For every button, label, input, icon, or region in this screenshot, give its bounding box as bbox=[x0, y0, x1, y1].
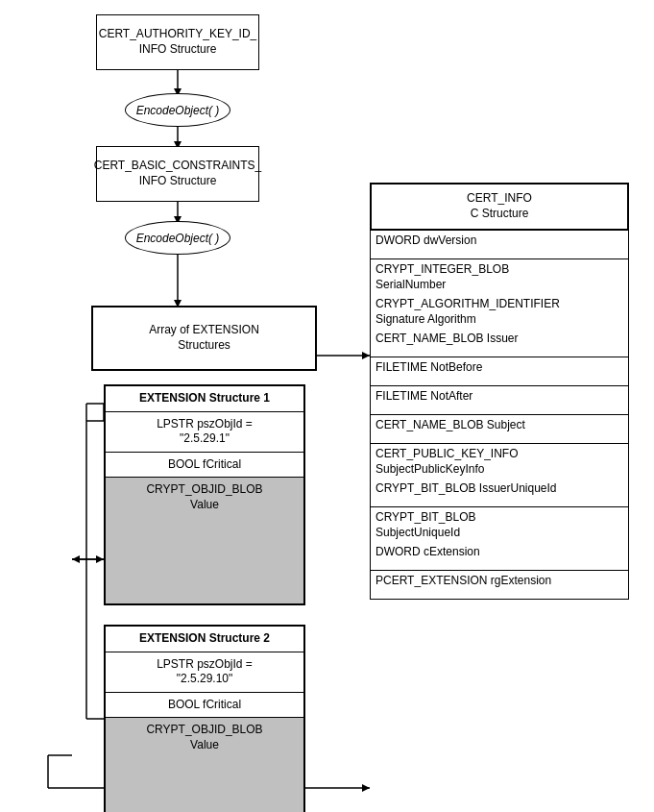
ext1-field1: LPSTR pszObjId ="2.5.29.1" bbox=[106, 412, 303, 453]
encode-object-ellipse-2: EncodeObject( ) bbox=[125, 221, 230, 255]
ext2-title: EXTENSION Structure 2 bbox=[106, 627, 303, 652]
ext2-outer-box: EXTENSION Structure 2 LPSTR pszObjId ="2… bbox=[104, 625, 305, 812]
cert-info-row11: DWORD cExtension bbox=[370, 542, 629, 571]
diagram-container: CERT_AUTHORITY_KEY_ID_INFO Structure Enc… bbox=[0, 0, 654, 812]
encode-object-1-label: EncodeObject( ) bbox=[136, 104, 220, 117]
svg-marker-23 bbox=[72, 555, 80, 563]
array-extension-label: Array of EXTENSIONStructures bbox=[149, 323, 259, 353]
encode-object-2-label: EncodeObject( ) bbox=[136, 232, 220, 245]
ext1-title: EXTENSION Structure 1 bbox=[106, 386, 303, 412]
cert-info-title-label: CERT_INFOC Structure bbox=[467, 191, 532, 221]
cert-basic-label: CERT_BASIC_CONSTRAINTS_INFO Structure bbox=[94, 159, 262, 188]
cert-info-row9: CRYPT_BIT_BLOB IssuerUniqueId bbox=[370, 479, 629, 507]
cert-info-row1: DWORD dwVersion bbox=[370, 231, 629, 259]
ext1-outer-box: EXTENSION Structure 1 LPSTR pszObjId ="2… bbox=[104, 384, 305, 605]
cert-info-row7: CERT_NAME_BLOB Subject bbox=[370, 415, 629, 444]
cert-info-row6: FILETIME NotAfter bbox=[370, 386, 629, 415]
cert-basic-box: CERT_BASIC_CONSTRAINTS_INFO Structure bbox=[96, 146, 259, 202]
ext1-field2: BOOL fCritical bbox=[106, 453, 303, 479]
cert-info-row5: FILETIME NotBefore bbox=[370, 357, 629, 386]
svg-marker-17 bbox=[96, 555, 104, 563]
svg-marker-9 bbox=[362, 352, 370, 359]
cert-info-row3: CRYPT_ALGORITHM_IDENTIFIERSignature Algo… bbox=[370, 294, 629, 331]
cert-authority-box: CERT_AUTHORITY_KEY_ID_INFO Structure bbox=[96, 14, 259, 70]
svg-marker-21 bbox=[362, 784, 370, 792]
cert-info-row4: CERT_NAME_BLOB Issuer bbox=[370, 329, 629, 357]
array-extension-box: Array of EXTENSIONStructures bbox=[91, 306, 317, 371]
ext2-field3: CRYPT_OBJID_BLOBValue bbox=[106, 718, 303, 812]
cert-info-row12: PCERT_EXTENSION rgExtension bbox=[370, 571, 629, 600]
cert-info-row8: CERT_PUBLIC_KEY_INFOSubjectPublicKeyInfo bbox=[370, 444, 629, 480]
encode-object-ellipse-1: EncodeObject( ) bbox=[125, 93, 230, 127]
cert-info-row10: CRYPT_BIT_BLOBSubjectUniqueId bbox=[370, 507, 629, 544]
ext1-field3: CRYPT_OBJID_BLOBValue bbox=[106, 478, 303, 603]
ext2-field1: LPSTR pszObjId ="2.5.29.10" bbox=[106, 652, 303, 693]
cert-info-row2: CRYPT_INTEGER_BLOBSerialNumber bbox=[370, 259, 629, 296]
cert-info-title-box: CERT_INFOC Structure bbox=[370, 183, 629, 231]
cert-authority-label: CERT_AUTHORITY_KEY_ID_INFO Structure bbox=[99, 27, 257, 57]
ext2-field2: BOOL fCritical bbox=[106, 693, 303, 719]
